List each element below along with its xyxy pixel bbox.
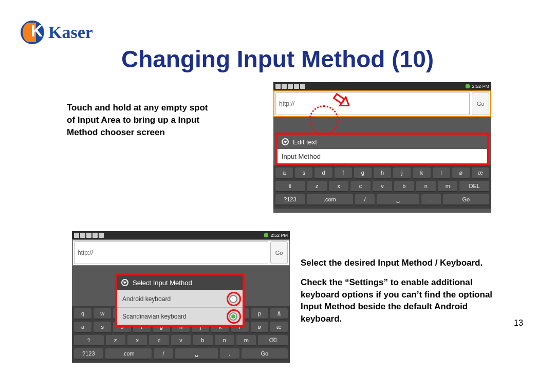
context-menu-item-input-method[interactable]: Input Method	[278, 149, 487, 163]
svg-marker-1	[340, 97, 352, 109]
key[interactable]: s	[94, 322, 111, 333]
key[interactable]: m	[236, 335, 256, 346]
clock: 2:52 PM	[270, 233, 288, 238]
key[interactable]: n	[215, 335, 234, 346]
context-menu-title: Edit text	[278, 135, 487, 149]
key[interactable]: l	[433, 167, 450, 179]
page-title: Changing Input Method (10)	[0, 45, 555, 73]
slash-key[interactable]: /	[355, 194, 375, 206]
status-icon	[288, 84, 293, 89]
key[interactable]: w	[94, 308, 111, 320]
key[interactable]: k	[413, 167, 430, 179]
key[interactable]: s	[295, 167, 312, 179]
symbols-key[interactable]: ?123	[275, 194, 305, 206]
key[interactable]: ø	[251, 322, 268, 333]
annotation-circle	[227, 292, 241, 306]
key[interactable]: z	[307, 181, 327, 192]
dialog-title: Select Input Method	[117, 275, 243, 290]
key[interactable]: z	[106, 335, 125, 346]
key[interactable]: m	[438, 181, 457, 192]
status-icon	[294, 84, 299, 89]
status-icon	[92, 233, 98, 238]
url-bar: http:// Go	[72, 239, 290, 266]
status-icon	[99, 233, 104, 238]
symbols-key[interactable]: ?123	[74, 348, 103, 360]
delete-key[interactable]: DEL	[459, 181, 489, 192]
status-bar: 2:52 PM	[72, 231, 290, 239]
radio-option-scandinavian-keyboard[interactable]: Scandinavian keyboard	[117, 307, 243, 325]
chevron-down-icon	[282, 138, 289, 145]
space-key[interactable]: ␣	[175, 348, 218, 360]
dotcom-key[interactable]: .com	[105, 348, 152, 360]
key[interactable]: æ	[270, 322, 288, 333]
go-button[interactable]: Go	[472, 92, 489, 115]
key[interactable]: b	[193, 335, 212, 346]
key[interactable]: j	[393, 167, 411, 179]
instruction-settings: Check the “Settings” to enable additiona…	[301, 276, 506, 325]
key[interactable]: c	[350, 181, 370, 192]
dot-key[interactable]: .	[421, 194, 441, 206]
screenshot-select-input-method: 2:52 PM http:// Go q w e r t y u i o p å…	[72, 231, 290, 362]
key[interactable]: h	[374, 167, 391, 179]
status-icon	[80, 233, 85, 238]
screenshot-edit-text: 2:52 PM http:// Go Edit text Input Metho…	[273, 82, 491, 213]
dotcom-key[interactable]: .com	[307, 194, 354, 206]
dot-key[interactable]: .	[220, 348, 239, 360]
status-icon	[282, 84, 287, 89]
url-bar: http:// Go	[273, 90, 491, 117]
status-icon	[86, 233, 91, 238]
url-placeholder: http://	[279, 100, 294, 107]
space-key[interactable]: ␣	[377, 194, 419, 206]
instruction-select: Select the desired Input Method / Keyboa…	[301, 257, 506, 269]
key[interactable]: x	[127, 335, 147, 346]
chevron-down-icon	[121, 279, 128, 286]
go-button[interactable]: Go	[270, 241, 288, 264]
radio-option-android-keyboard[interactable]: Android keyboard	[117, 290, 243, 307]
key[interactable]: f	[335, 167, 352, 179]
shift-key[interactable]: ⇧	[275, 181, 305, 192]
key[interactable]: b	[394, 181, 414, 192]
instruction-top: Touch and hold at any empty spot of Inpu…	[67, 102, 211, 138]
key[interactable]: q	[74, 308, 91, 320]
annotation-arrow-icon	[327, 88, 353, 114]
key[interactable]: n	[416, 181, 436, 192]
go-key[interactable]: Go	[443, 194, 490, 206]
url-input[interactable]: http://	[275, 92, 470, 115]
key[interactable]: p	[251, 308, 268, 320]
key[interactable]: g	[354, 167, 372, 179]
brand-logo: Kaser	[21, 21, 93, 44]
key[interactable]: æ	[472, 167, 489, 179]
instruction-bottom: Select the desired Input Method / Keyboa…	[301, 257, 506, 325]
battery-icon	[264, 233, 268, 237]
key[interactable]: v	[171, 335, 191, 346]
key[interactable]: å	[270, 308, 288, 320]
status-icon	[74, 233, 79, 238]
key[interactable]: x	[329, 181, 348, 192]
context-menu: Edit text Input Method	[275, 133, 489, 165]
status-bar: 2:52 PM	[273, 82, 491, 90]
slash-key[interactable]: /	[154, 348, 173, 360]
battery-icon	[466, 84, 470, 88]
key[interactable]: c	[149, 335, 169, 346]
status-icon	[275, 84, 281, 89]
url-input[interactable]: http://	[74, 241, 268, 264]
logo-icon	[21, 21, 44, 44]
page-number: 13	[514, 319, 523, 328]
delete-key[interactable]: ⌫	[258, 335, 288, 346]
key[interactable]: a	[74, 322, 91, 333]
input-method-dialog: Select Input Method Android keyboard Sca…	[115, 273, 245, 327]
key[interactable]: d	[314, 167, 332, 179]
clock: 2:52 PM	[472, 84, 489, 89]
key[interactable]: v	[373, 181, 392, 192]
shift-key[interactable]: ⇧	[74, 335, 104, 346]
soft-keyboard: a s d f g h j k l ø æ ⇧ z x c v b n m DE…	[273, 165, 491, 209]
annotation-circle	[227, 309, 241, 324]
logo-text: Kaser	[48, 23, 93, 42]
go-key[interactable]: Go	[242, 348, 288, 360]
status-icon	[300, 84, 305, 89]
url-placeholder: http://	[78, 249, 93, 256]
key[interactable]: ø	[452, 167, 470, 179]
key[interactable]: a	[275, 167, 293, 179]
